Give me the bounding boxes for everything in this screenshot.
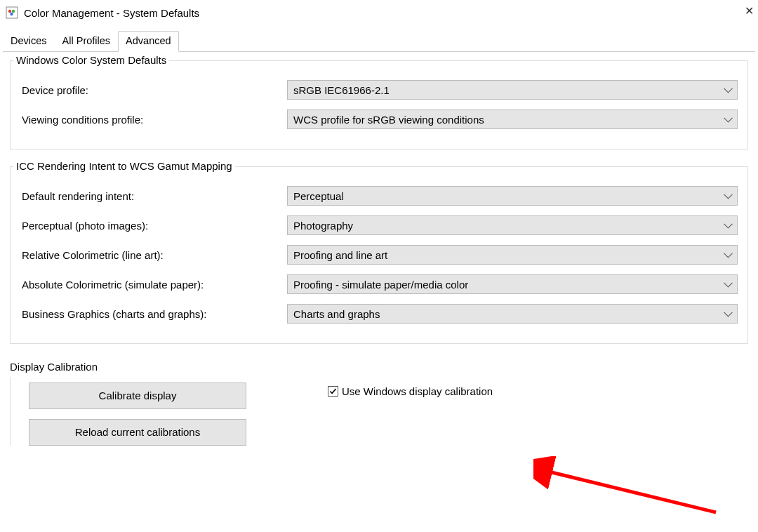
tab-all-profiles[interactable]: All Profiles <box>55 31 119 51</box>
svg-point-2 <box>12 10 15 13</box>
default-intent-label: Default rendering intent: <box>20 190 287 202</box>
device-profile-select[interactable]: sRGB IEC61966-2.1 <box>287 80 738 100</box>
device-profile-label: Device profile: <box>20 84 287 96</box>
close-icon[interactable]: ✕ <box>745 4 754 18</box>
perceptual-label: Perceptual (photo images): <box>20 220 287 232</box>
icc-mapping-legend: ICC Rendering Intent to WCS Gamut Mappin… <box>13 160 235 172</box>
annotation-arrow <box>533 456 744 532</box>
reload-calibrations-button[interactable]: Reload current calibrations <box>29 419 246 446</box>
relative-select[interactable]: Proofing and line art <box>287 245 738 265</box>
perceptual-select[interactable]: Photography <box>287 215 738 235</box>
default-intent-select[interactable]: Perceptual <box>287 186 738 206</box>
display-calibration-group: Display Calibration Calibrate display Re… <box>10 361 748 446</box>
default-intent-value: Perceptual <box>293 190 344 202</box>
wcs-defaults-legend: Windows Color System Defaults <box>13 54 169 66</box>
relative-label: Relative Colorimetric (line art): <box>20 249 287 261</box>
viewing-conditions-value: WCS profile for sRGB viewing conditions <box>293 114 484 126</box>
absolute-label: Absolute Colorimetric (simulate paper): <box>20 279 287 291</box>
business-label: Business Graphics (charts and graphs): <box>20 308 287 320</box>
absolute-select[interactable]: Proofing - simulate paper/media color <box>287 274 738 294</box>
use-windows-calibration-checkbox-row[interactable]: Use Windows display calibration <box>328 385 493 397</box>
device-profile-value: sRGB IEC61966-2.1 <box>293 84 390 96</box>
tab-content: Windows Color System Defaults Device pro… <box>0 52 758 446</box>
use-windows-calibration-label: Use Windows display calibration <box>342 385 493 397</box>
icc-mapping-group: ICC Rendering Intent to WCS Gamut Mappin… <box>10 166 748 344</box>
use-windows-calibration-checkbox[interactable] <box>328 386 338 397</box>
perceptual-value: Photography <box>293 220 353 232</box>
business-value: Charts and graphs <box>293 308 380 320</box>
absolute-value: Proofing - simulate paper/media color <box>293 279 468 291</box>
svg-line-5 <box>549 472 716 512</box>
display-calibration-legend: Display Calibration <box>10 361 102 373</box>
svg-point-3 <box>10 13 13 15</box>
titlebar: Color Management - System Defaults <box>0 0 758 25</box>
tab-advanced[interactable]: Advanced <box>118 31 179 52</box>
svg-point-1 <box>8 10 11 13</box>
tab-devices[interactable]: Devices <box>3 31 55 51</box>
app-icon <box>6 6 18 19</box>
business-select[interactable]: Charts and graphs <box>287 304 738 324</box>
tab-strip: Devices All Profiles Advanced <box>3 31 755 52</box>
wcs-defaults-group: Windows Color System Defaults Device pro… <box>10 60 748 149</box>
relative-value: Proofing and line art <box>293 249 387 261</box>
viewing-conditions-label: Viewing conditions profile: <box>20 114 287 126</box>
window-title: Color Management - System Defaults <box>24 7 199 19</box>
calibrate-display-button[interactable]: Calibrate display <box>29 383 246 409</box>
viewing-conditions-select[interactable]: WCS profile for sRGB viewing conditions <box>287 109 738 129</box>
